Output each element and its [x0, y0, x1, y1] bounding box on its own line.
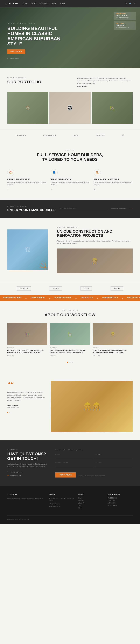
blog-image-0: 👫 [7, 323, 47, 345]
service-name-2: DESIGN & BUILD SERVICES [94, 178, 133, 180]
newsletter-right: I agree to the Privacy Policy → [60, 207, 133, 210]
testimonial-dot-1[interactable] [9, 412, 10, 413]
bag-icon[interactable]: 🛍 [125, 2, 127, 5]
testimonial-section: ““ At wisi eos id accusamus et iusto odi… [0, 372, 140, 440]
nav-blog[interactable]: BLOG [52, 3, 57, 4]
email-input[interactable] [55, 464, 93, 467]
ticker-item-3: #REMODELING [78, 297, 96, 300]
ticker-inner: #HOMEIMPROVEMENT ★ #CONSTRUCTION ★ #HOME… [0, 297, 140, 300]
service-icon-build: 🏗 [94, 169, 101, 176]
service-house-scratch: 👤 HOUSE FROM SCRATCH Consectetur adipisc… [51, 169, 90, 191]
name-input[interactable] [55, 456, 93, 459]
hero-card-two-tag: TWO-STORY [116, 23, 133, 24]
footer-link-shop[interactable]: Shop [79, 505, 103, 506]
nav-actions: 🛍 🔍 ☰ [125, 2, 136, 5]
blog-title-0[interactable]: BRINGING YOUR UNIQUE VISION TO LIFE: THE… [7, 349, 47, 354]
contact-helper: How can we help you? Feel free to get in… [55, 449, 133, 450]
construction-section: 🏗 ENDLESS POS [0, 218, 140, 282]
blog-tag-0: BUILDING [7, 347, 47, 348]
service-more-0[interactable]: + [7, 188, 46, 191]
hero-cta-button[interactable]: GET A QUOTE [7, 49, 25, 54]
subject-input[interactable] [96, 464, 133, 467]
footer-brand-desc: Quisquam temporibus similique coniucula … [7, 498, 45, 500]
logo[interactable]: JIGSAW [4, 2, 18, 5]
footer-instagram[interactable]: INSTAGRAM [108, 505, 133, 506]
menu-icon[interactable]: ☰ [134, 2, 136, 5]
logo-other: ⦿ [122, 134, 124, 136]
workflow-title: ABOUT OUR WORKFLOW [7, 312, 133, 317]
service-icon-house: 🏠 [7, 169, 14, 176]
stat-years-button[interactable]: YEARS [81, 286, 92, 290]
search-icon[interactable]: 🔍 [129, 2, 131, 5]
blog-tag-1: BUILDING [50, 347, 90, 348]
newsletter-policy: I agree to the Privacy Policy [111, 208, 127, 210]
testimonial-company: CEO, Business Inc. [7, 406, 45, 408]
blog-date-0: May 6, 2025 [7, 355, 47, 356]
service-more-1[interactable]: + [51, 188, 90, 191]
blog-image-1: 🏡 [50, 323, 90, 345]
footer-link-blog[interactable]: Blog [79, 507, 103, 509]
construction-image: 🏗 [7, 230, 48, 270]
blog-img-placeholder-1: 🏡 [50, 323, 90, 345]
sun-burst-decoration [39, 262, 48, 270]
contact-email-item: ✉ info@email.com [7, 474, 48, 476]
testimonial-dot-active[interactable] [7, 412, 8, 413]
about-us-link[interactable]: ABOUT US → [77, 86, 88, 87]
workflow-tag: BLOG & ARTICLES [7, 310, 133, 312]
svg-line-3 [41, 263, 48, 270]
footer-link-about[interactable]: About Us [79, 502, 103, 504]
hero-card-two-sub: Homes for a New Style [116, 27, 133, 28]
contact-desc: Adipiscing elit, sed do eiusmod tempor i… [7, 463, 48, 468]
stat-offices-button[interactable]: OFFICES [111, 286, 123, 290]
stat-projects-button[interactable]: PROJECTS [17, 286, 31, 290]
footer-brand-name: JIGSAW [7, 494, 45, 496]
form-field-name: Name [55, 454, 93, 459]
footer-linkedin[interactable]: LINKEDIN [108, 502, 133, 504]
workflow-section: BLOG & ARTICLES ABOUT OUR WORKFLOW 👫 BUI… [0, 301, 140, 372]
form-row-email-subject: Email Address Subject [55, 462, 133, 470]
testimonial-pagination [7, 411, 45, 414]
footer-nav-list: Home Portfolio About Us Shop Blog [79, 497, 103, 509]
blog-img-placeholder-0: 👫 [7, 323, 47, 345]
blog-title-1[interactable]: BUILDING BLOCKS OF SUCCESS: ESSENTIAL CO… [50, 349, 90, 354]
phone-icon: 📞 [7, 471, 10, 473]
blog-title-2[interactable]: CONSTRUCTION MASTERY UNVEILED: THE BLUEP… [93, 349, 133, 354]
blog-dot-2[interactable] [72, 362, 73, 363]
ticker-bar: #HOMEIMPROVEMENT ★ #CONSTRUCTION ★ #HOME… [0, 295, 140, 301]
form-field-email: Email Address [55, 462, 93, 467]
testimonial-image: 👷‍♂️👷‍♀️ [51, 381, 133, 432]
stat-years: YEARS [81, 286, 92, 290]
ticker-item-0: #HOMEIMPROVEMENT [0, 297, 24, 300]
construction-tag: ENDLESS POSSIBILITIES [57, 226, 133, 228]
construction-title: UNIQUE CONSTRUCTION AND RENOVATION PROJE… [57, 229, 133, 238]
footer-link-home[interactable]: Home [79, 497, 103, 499]
footer-link-portfolio[interactable]: Portfolio [79, 500, 103, 501]
get-in-touch-button[interactable]: GET IN TOUCH [55, 472, 76, 478]
construction-image2: 👷 [57, 248, 133, 273]
blog-card-1: 🏡 BUILDING BUILDING BLOCKS OF SUCCESS: E… [50, 323, 90, 356]
footer-twitter[interactable]: TWITTER [108, 500, 133, 501]
newsletter-title: ENTER YOUR EMAIL ADDRESS [7, 208, 55, 212]
hero-card-two-title: TWO-STORY [116, 24, 133, 26]
form-field-subject: Subject [96, 462, 133, 467]
phone-input[interactable] [96, 456, 133, 459]
nav-shop[interactable]: SHOP [60, 3, 65, 4]
blog-date-2: May 6, 2025 [93, 355, 133, 356]
contact-email: info@email.com [10, 474, 21, 476]
stat-people-button[interactable]: PEOPLE [50, 286, 62, 290]
newsletter-submit-arrow[interactable]: → [130, 207, 133, 210]
newsletter-email-input[interactable] [60, 207, 108, 210]
contact-section: CONTACT US HAVE QUESTIONS? GET IN TOUCH!… [0, 440, 140, 486]
footer-links-label: LINKS [79, 494, 103, 495]
nav-home[interactable]: HOME [23, 3, 28, 4]
nav-portfolio[interactable]: PORTFOLIO [40, 3, 49, 4]
footer-facebook[interactable]: FACEBOOK [108, 497, 133, 499]
quote-icon: ““ [7, 381, 45, 388]
ticker-item-2: #HOMERENOVATION [51, 297, 74, 300]
footer-bottom: Copyright © 2024. All rights reserved. [7, 516, 133, 520]
service-more-2[interactable]: + [94, 188, 133, 191]
nav-pages[interactable]: PAGES [31, 3, 37, 4]
blog-dot-1[interactable] [69, 362, 71, 363]
blog-dot-active[interactable] [67, 362, 68, 363]
services-grid: 🏠 CUSTOM CONSTRUCTION Consectetur adipis… [7, 169, 133, 191]
